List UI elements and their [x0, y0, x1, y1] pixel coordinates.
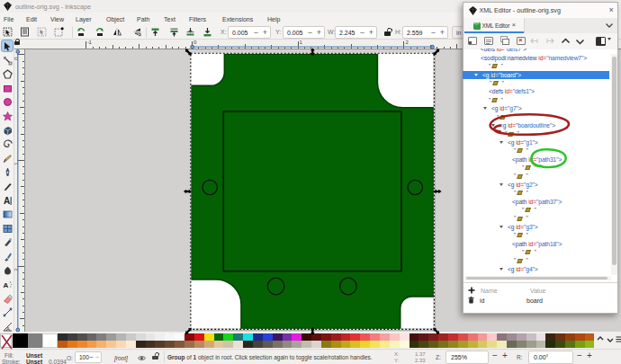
svg-text:A: A: [3, 281, 8, 289]
svg-text:A: A: [6, 326, 10, 332]
svg-text:A: A: [4, 196, 10, 206]
